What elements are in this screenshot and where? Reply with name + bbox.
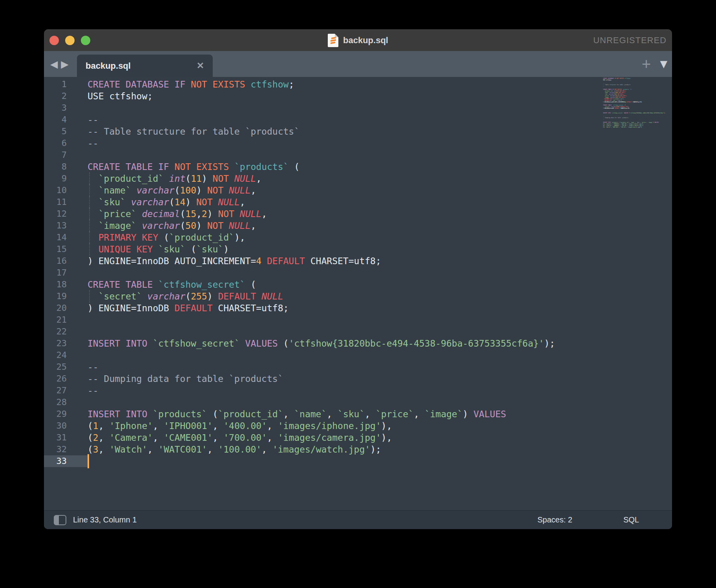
tab-backup-sql[interactable]: backup.sql ✕	[77, 55, 213, 77]
code-text: `sku` varchar(14) NOT NULL,	[88, 196, 245, 208]
syntax-setting[interactable]: SQL	[623, 515, 639, 524]
nav-back-icon[interactable]: ◀	[50, 59, 58, 69]
code-text: (2, 'Camera', 'CAME001', '700.00', 'imag…	[88, 432, 392, 444]
new-tab-button[interactable]: +	[642, 51, 651, 77]
code-line[interactable]: 8CREATE TABLE IF NOT EXISTS `products` (	[44, 161, 672, 173]
code-line: INSERT INTO `ctfshow_secret` VALUES ('ct…	[603, 112, 672, 114]
line-number[interactable]: 5	[44, 126, 88, 137]
line-number[interactable]: 7	[44, 149, 88, 161]
line-number[interactable]: 6	[44, 137, 88, 149]
tab-close-icon[interactable]: ✕	[197, 60, 204, 71]
editor-main: 1CREATE DATABASE IF NOT EXISTS ctfshow;2…	[44, 77, 672, 510]
indentation-setting[interactable]: Spaces: 2	[537, 515, 572, 524]
line-number[interactable]: 1	[44, 79, 88, 90]
code-line[interactable]: 12 `price` decimal(15,2) NOT NULL,	[44, 208, 672, 220]
code-text: `product_id` int(11) NOT NULL,	[88, 173, 261, 184]
line-number[interactable]: 2	[44, 90, 88, 102]
line-number[interactable]: 9	[44, 173, 88, 184]
code-line[interactable]: 11 `sku` varchar(14) NOT NULL,	[44, 196, 672, 208]
code-line[interactable]: 25--	[44, 361, 672, 373]
code-line[interactable]: 7	[44, 149, 672, 161]
code-line[interactable]: 22	[44, 326, 672, 338]
code-line[interactable]: 20) ENGINE=InnoDB DEFAULT CHARSET=utf8;	[44, 302, 672, 314]
line-number[interactable]: 16	[44, 255, 88, 267]
unregistered-label: UNREGISTERED	[593, 29, 667, 51]
panel-toggle-icon[interactable]	[54, 515, 66, 525]
window-title-group: backup.sql	[44, 29, 672, 51]
line-number[interactable]: 25	[44, 361, 88, 373]
minimap[interactable]: CREATE DATABASE IF NOT EXISTS ctfshow;US…	[603, 78, 672, 509]
line-number[interactable]: 31	[44, 432, 88, 444]
code-text: INSERT INTO `ctfshow_secret` VALUES ('ct…	[603, 112, 665, 114]
line-number[interactable]: 24	[44, 349, 88, 361]
line-number[interactable]: 20	[44, 302, 88, 314]
code-line[interactable]: 31(2, 'Camera', 'CAME001', '700.00', 'im…	[44, 432, 672, 444]
line-number[interactable]: 29	[44, 408, 88, 420]
line-number[interactable]: 10	[44, 184, 88, 196]
code-line[interactable]: 5-- Table structure for table `products`	[44, 126, 672, 137]
code-text: --	[88, 361, 99, 373]
line-number[interactable]: 11	[44, 196, 88, 208]
code-text: -- Dumping data for table `products`	[603, 117, 629, 119]
code-line[interactable]: 19 `secret` varchar(255) DEFAULT NULL	[44, 290, 672, 302]
code-line[interactable]: 6--	[44, 137, 672, 149]
title-bar[interactable]: backup.sql UNREGISTERED	[44, 29, 672, 51]
code-line[interactable]: 13 `image` varchar(50) NOT NULL,	[44, 220, 672, 232]
code-editor[interactable]: 1CREATE DATABASE IF NOT EXISTS ctfshow;2…	[44, 77, 672, 510]
line-number[interactable]: 26	[44, 373, 88, 385]
line-number[interactable]: 33	[44, 455, 88, 467]
line-number[interactable]: 27	[44, 385, 88, 396]
code-line[interactable]: 32(3, 'Watch', 'WATC001', '100.00', 'ima…	[44, 444, 672, 455]
app-window: backup.sql UNREGISTERED ◀ ▶ backup.sql ✕…	[44, 29, 672, 529]
code-line[interactable]: 28	[44, 396, 672, 408]
tab-overflow-menu-icon[interactable]: ▼	[660, 51, 667, 77]
line-number[interactable]: 12	[44, 208, 88, 220]
minimap-content: CREATE DATABASE IF NOT EXISTS ctfshow;US…	[603, 78, 672, 130]
code-text: (3, 'Watch', 'WATC001', '100.00', 'image…	[603, 126, 642, 128]
line-number[interactable]: 18	[44, 279, 88, 290]
code-line[interactable]: 21	[44, 314, 672, 326]
line-number[interactable]: 21	[44, 314, 88, 326]
line-number[interactable]: 19	[44, 290, 88, 302]
code-line[interactable]: 17	[44, 267, 672, 279]
line-number[interactable]: 4	[44, 114, 88, 126]
code-line[interactable]: 3	[44, 102, 672, 114]
line-number[interactable]: 17	[44, 267, 88, 279]
code-text: ) ENGINE=InnoDB AUTO_INCREMENT=4 DEFAULT…	[88, 255, 381, 267]
code-line[interactable]: 16) ENGINE=InnoDB AUTO_INCREMENT=4 DEFAU…	[44, 255, 672, 267]
line-number[interactable]: 32	[44, 444, 88, 455]
line-number[interactable]: 3	[44, 102, 88, 114]
code-line[interactable]: 18CREATE TABLE `ctfshow_secret` (	[44, 279, 672, 290]
line-number[interactable]: 13	[44, 220, 88, 232]
code-line[interactable]: 15 UNIQUE KEY `sku` (`sku`)	[44, 243, 672, 255]
code-line[interactable]: 29INSERT INTO `products` (`product_id`, …	[44, 408, 672, 420]
code-line[interactable]: 23INSERT INTO `ctfshow_secret` VALUES ('…	[44, 338, 672, 349]
code-line[interactable]: 4--	[44, 114, 672, 126]
nav-forward-icon[interactable]: ▶	[61, 59, 68, 69]
line-number[interactable]: 15	[44, 243, 88, 255]
line-number[interactable]: 28	[44, 396, 88, 408]
code-line[interactable]: 10 `name` varchar(100) NOT NULL,	[44, 184, 672, 196]
code-text: --	[603, 119, 605, 120]
code-text: -- Table structure for table `products`	[88, 126, 300, 137]
sublime-logo-icon	[331, 37, 336, 44]
screen: { "window": { "title": "backup.sql", "un…	[0, 0, 716, 588]
code-line[interactable]: 33	[44, 455, 672, 467]
line-number[interactable]: 22	[44, 326, 88, 338]
code-line[interactable]: 24	[44, 349, 672, 361]
line-number[interactable]: 23	[44, 338, 88, 349]
code-line[interactable]: 1CREATE DATABASE IF NOT EXISTS ctfshow;	[44, 79, 672, 90]
code-line[interactable]: 27--	[44, 385, 672, 396]
code-line[interactable]: 9 `product_id` int(11) NOT NULL,	[44, 173, 672, 184]
code-line[interactable]: 26-- Dumping data for table `products`	[44, 373, 672, 385]
line-number[interactable]: 8	[44, 161, 88, 173]
line-number[interactable]: 14	[44, 232, 88, 243]
code-text: ) ENGINE=InnoDB DEFAULT CHARSET=utf8;	[603, 108, 630, 109]
code-text: --	[88, 114, 99, 126]
code-line[interactable]: 2USE ctfshow;	[44, 90, 672, 102]
line-number[interactable]: 30	[44, 420, 88, 432]
code-text	[88, 455, 89, 467]
code-line[interactable]: 14 PRIMARY KEY (`product_id`),	[44, 232, 672, 243]
code-line[interactable]: 30(1, 'Iphone', 'IPHO001', '400.00', 'im…	[44, 420, 672, 432]
code-text: --	[88, 385, 99, 396]
